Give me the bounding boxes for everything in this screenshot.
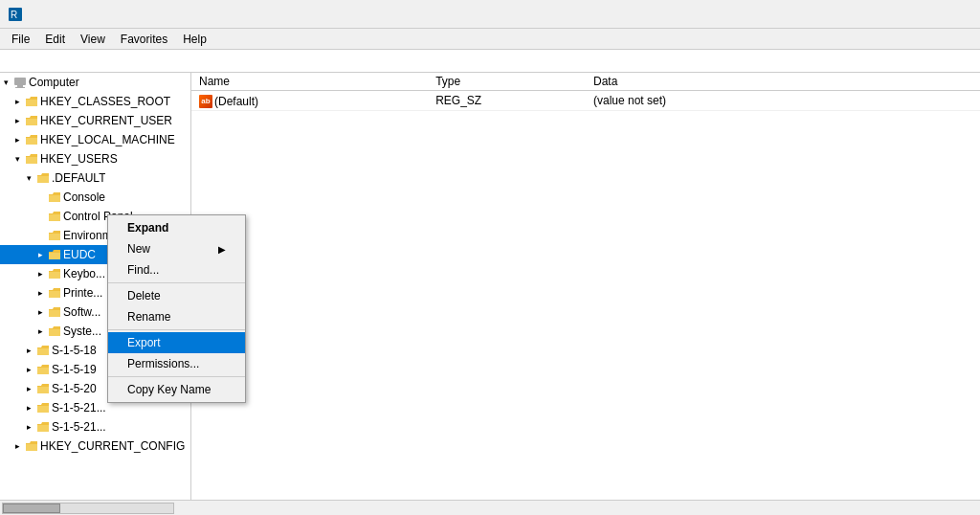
tree-label-software: Softw...: [63, 305, 100, 319]
svg-rect-3: [17, 85, 23, 87]
folder-icon-s-1-5-18: [36, 344, 50, 357]
expand-arrow-s-1-5-21a[interactable]: [23, 402, 34, 414]
default-label: (Default): [214, 95, 258, 108]
ctx-item-expand[interactable]: Expand: [108, 217, 245, 238]
folder-icon-printers: [48, 286, 61, 300]
ctx-label: Rename: [127, 310, 170, 324]
expand-arrow-current_user[interactable]: [11, 115, 23, 126]
menu-item-file[interactable]: File: [4, 31, 37, 48]
folder-icon-system: [48, 325, 61, 338]
expand-arrow-current_config[interactable]: [11, 440, 23, 452]
tree-item-local_machine[interactable]: HKEY_LOCAL_MACHINE: [0, 130, 190, 149]
expand-arrow-hkey_users[interactable]: [11, 153, 23, 165]
menu-separator: [108, 329, 245, 330]
expand-arrow-s-1-5-20[interactable]: [23, 383, 34, 394]
folder-icon-console: [48, 190, 61, 204]
menu-separator: [108, 376, 245, 377]
main-area: ComputerHKEY_CLASSES_ROOTHKEY_CURRENT_US…: [0, 73, 980, 500]
folder-icon-control_panel: [48, 210, 61, 223]
menu-item-edit[interactable]: Edit: [37, 31, 73, 48]
ctx-item-find---[interactable]: Find...: [108, 259, 245, 280]
tree-label-current_user: HKEY_CURRENT_USER: [40, 114, 172, 127]
tree-label-s-1-5-21b: S-1-5-21...: [52, 420, 106, 434]
col-header-type: Type: [428, 73, 586, 91]
folder-icon-environment: [48, 229, 61, 242]
expand-arrow-keyboard[interactable]: [34, 268, 46, 280]
ctx-label: Expand: [127, 221, 168, 235]
ctx-label: New: [127, 242, 150, 256]
expand-arrow-classes_root[interactable]: [11, 96, 23, 107]
ctx-label: Export: [127, 336, 161, 349]
tree-label-s-1-5-21a: S-1-5-21...: [52, 401, 106, 414]
tree-label-hkey_users: HKEY_USERS: [40, 152, 118, 166]
expand-arrow-computer[interactable]: [0, 77, 11, 88]
folder-icon-s-1-5-21b: [36, 420, 50, 434]
folder-icon-s-1-5-20: [36, 382, 50, 395]
title-bar: R: [0, 0, 980, 29]
expand-arrow-s-1-5-21b[interactable]: [23, 421, 34, 433]
svg-rect-2: [14, 78, 26, 85]
registry-table: Name Type Data ab(Default)REG_SZ(value n…: [191, 73, 980, 111]
tree-item-classes_root[interactable]: HKEY_CLASSES_ROOT: [0, 92, 190, 111]
tree-label-keyboard: Keybo...: [63, 267, 105, 280]
folder-icon-classes_root: [25, 95, 38, 108]
tree-label-default: .DEFAULT: [52, 171, 105, 185]
expand-arrow-eudc[interactable]: [34, 249, 46, 260]
folder-icon-eudc: [48, 248, 61, 261]
tree-item-console[interactable]: Console: [0, 188, 190, 207]
scroll-track[interactable]: [2, 503, 174, 514]
reg-icon: ab: [199, 95, 212, 108]
expand-arrow-s-1-5-18[interactable]: [23, 345, 34, 356]
tree-label-computer: Computer: [29, 76, 79, 89]
tree-label-system: Syste...: [63, 325, 101, 338]
svg-rect-4: [15, 87, 25, 88]
context-menu: ExpandNew▶Find...DeleteRenameExportPermi…: [107, 214, 246, 403]
tree-item-computer[interactable]: Computer: [0, 73, 190, 92]
expand-arrow-default[interactable]: [23, 172, 34, 184]
tree-item-current_config[interactable]: HKEY_CURRENT_CONFIG: [0, 437, 190, 456]
tree-label-console: Console: [63, 190, 105, 204]
ctx-item-new[interactable]: New▶: [108, 238, 245, 259]
ctx-item-copy-key-name[interactable]: Copy Key Name: [108, 379, 245, 400]
tree-label-current_config: HKEY_CURRENT_CONFIG: [40, 439, 185, 453]
expand-arrow-printers[interactable]: [34, 287, 46, 299]
tree-label-printers: Printe...: [63, 286, 102, 300]
ctx-item-delete[interactable]: Delete: [108, 285, 245, 306]
ctx-item-permissions---[interactable]: Permissions...: [108, 353, 245, 374]
address-bar: [0, 50, 980, 73]
col-header-name: Name: [191, 73, 428, 91]
tree-label-eudc: EUDC: [63, 248, 96, 261]
folder-icon-current_config: [25, 439, 38, 453]
folder-icon-keyboard: [48, 267, 61, 280]
folder-icon-current_user: [25, 114, 38, 127]
folder-icon-local_machine: [25, 133, 38, 146]
minimize-button[interactable]: [840, 0, 884, 29]
tree-label-classes_root: HKEY_CLASSES_ROOT: [40, 95, 170, 108]
ctx-label: Delete: [127, 289, 161, 302]
menu-item-favorites[interactable]: Favorites: [113, 31, 175, 48]
expand-arrow-software[interactable]: [34, 306, 46, 318]
bottom-scrollbar[interactable]: [0, 500, 980, 515]
expand-arrow-system[interactable]: [34, 325, 46, 337]
menu-item-view[interactable]: View: [73, 31, 113, 48]
folder-icon-hkey_users: [25, 152, 38, 166]
ctx-item-export[interactable]: Export: [108, 332, 245, 353]
ctx-item-rename[interactable]: Rename: [108, 306, 245, 327]
close-button[interactable]: [928, 0, 972, 29]
scroll-thumb[interactable]: [3, 504, 60, 513]
table-row[interactable]: ab(Default)REG_SZ(value not set): [191, 91, 980, 111]
menu-separator: [108, 282, 245, 283]
tree-label-s-1-5-20: S-1-5-20: [52, 382, 97, 395]
maximize-button[interactable]: [884, 0, 928, 29]
app-icon: R: [8, 7, 23, 22]
expand-arrow-s-1-5-19[interactable]: [23, 364, 34, 375]
cell-type: REG_SZ: [428, 91, 586, 111]
tree-item-default[interactable]: .DEFAULT: [0, 168, 190, 188]
tree-item-s-1-5-21b[interactable]: S-1-5-21...: [0, 417, 190, 437]
tree-item-hkey_users[interactable]: HKEY_USERS: [0, 149, 190, 168]
menu-bar: FileEditViewFavoritesHelp: [0, 29, 980, 50]
expand-arrow-local_machine[interactable]: [11, 134, 23, 146]
tree-item-current_user[interactable]: HKEY_CURRENT_USER: [0, 111, 190, 130]
menu-item-help[interactable]: Help: [175, 31, 214, 48]
folder-icon-s-1-5-21a: [36, 401, 50, 414]
